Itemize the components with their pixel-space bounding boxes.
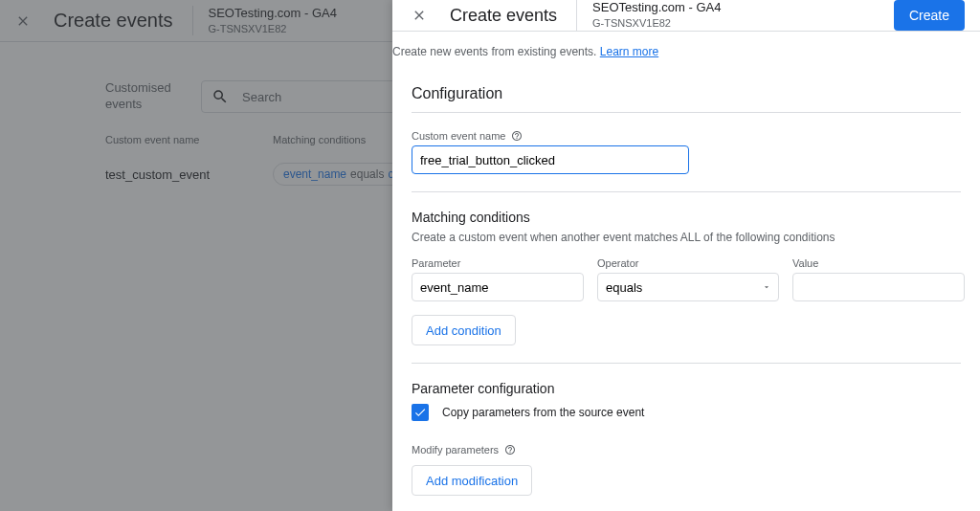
condition-val-label: Value [792,257,965,269]
add-modification-button[interactable]: Add modification [412,465,532,496]
modify-parameters-label-text: Modify parameters [412,444,499,455]
close-icon [412,8,427,23]
matching-conditions-heading: Matching conditions [412,210,961,225]
create-button[interactable]: Create [894,0,965,31]
custom-event-name-block: Custom event name [412,112,961,191]
panel-intro-text: Create new events from existing events. [392,45,596,58]
add-condition-button[interactable]: Add condition [412,315,516,345]
panel-header: Create events SEOTesting.com - GA4 G-TSN… [392,0,980,32]
check-icon [413,406,427,419]
panel-intro: Create new events from existing events. … [392,32,980,72]
copy-parameters-row: Copy parameters from the source event [412,404,961,421]
panel-title: Create events [450,6,557,26]
help-icon[interactable] [511,130,523,142]
help-icon[interactable] [504,444,516,455]
matching-conditions-desc: Create a custom event when another event… [412,231,961,244]
configuration-heading: Configuration [392,72,980,112]
condition-value-input[interactable] [792,273,965,301]
condition-op-label: Operator [597,257,779,269]
condition-param-label: Parameter [412,257,584,269]
panel-property-id: G-TSNSXV1E82 [592,16,894,30]
close-panel-button[interactable] [408,4,431,27]
copy-parameters-label: Copy parameters from the source event [442,406,644,419]
learn-more-link[interactable]: Learn more [600,45,658,58]
condition-parameter-input[interactable] [412,273,584,301]
configuration-card: Configuration Custom event name Matching… [392,72,980,511]
custom-event-name-label-text: Custom event name [412,130,505,142]
modify-parameters-label: Modify parameters [412,444,961,455]
matching-conditions-block: Matching conditions Create a custom even… [412,191,961,363]
custom-event-name-input[interactable] [412,145,689,174]
copy-parameters-checkbox[interactable] [412,404,429,421]
custom-event-name-label: Custom event name [412,130,961,142]
condition-row: Parameter Operator Value [412,257,961,301]
parameter-configuration-heading: Parameter configuration [412,381,961,396]
caret-down-icon [762,282,771,292]
create-event-panel: Create events SEOTesting.com - GA4 G-TSN… [392,0,980,511]
panel-property-name: SEOTesting.com - GA4 [592,0,894,16]
parameter-configuration-block: Parameter configuration Copy parameters … [412,363,961,511]
condition-operator-select[interactable] [597,273,779,301]
panel-property-info: SEOTesting.com - GA4 G-TSNSXV1E82 [576,0,894,30]
